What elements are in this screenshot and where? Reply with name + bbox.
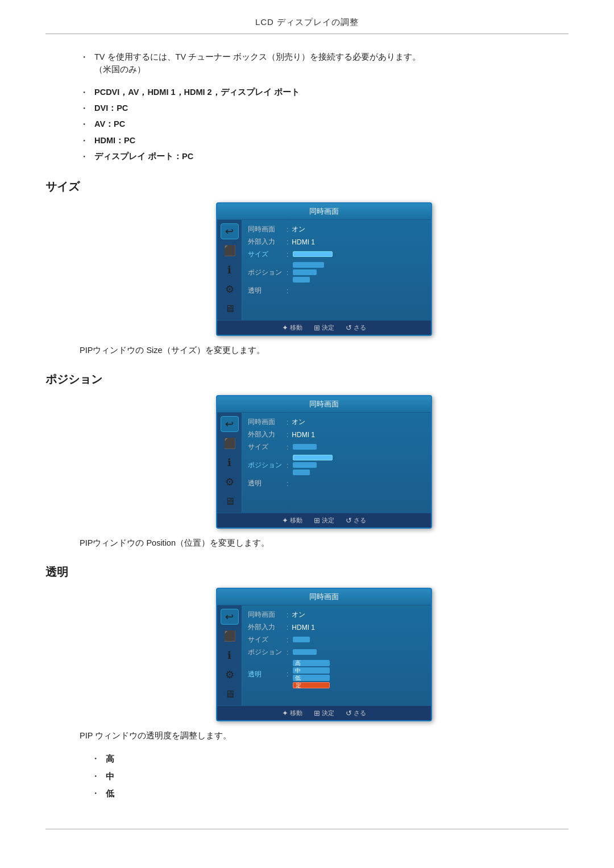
trans-close-icon: ↺ [346, 709, 352, 717]
transparency-menu-title: 同時画面 [217, 589, 431, 605]
sidebar-icon-4[interactable]: ⚙ [221, 281, 239, 297]
size-row-2: 外部入力 : HDMI 1 [248, 237, 425, 247]
trans-sidebar-icon-2[interactable]: ⬛ [221, 628, 239, 644]
bullet-text-5: HDMI：PC [94, 135, 135, 147]
bullet-item-4: ・ AV：PC [80, 118, 569, 131]
trans-row-2: 外部入力 : HDMI 1 [248, 622, 425, 632]
sub-label-low: 低 [106, 788, 114, 799]
move-icon: ✦ [282, 323, 288, 332]
caption-size: PIPウィンドウの Size（サイズ）を変更します。 [80, 345, 569, 356]
pos-row-4: ポジション : [248, 455, 425, 476]
trans-bar-mid: 中 [293, 667, 330, 674]
trans-select-icon: ⊞ [314, 709, 320, 717]
page-title: LCD ディスプレイの調整 [45, 17, 569, 28]
trans-row-1-label: 同時画面 [248, 610, 283, 620]
pos-move-icon: ✦ [282, 516, 288, 525]
pos-sidebar-icon-1[interactable]: ↩ [221, 416, 239, 432]
size-menu-rows: 同時画面 : オン 外部入力 : HDMI 1 サイズ : [242, 220, 431, 320]
size-row-2-sep: : [287, 238, 288, 246]
trans-row-1: 同時画面 : オン [248, 610, 425, 620]
bullet-text-2: PCDVI，AV，HDMI 1，HDMI 2，ディスプレイ ポート [94, 86, 300, 99]
trans-bar-low: 低 [293, 675, 330, 681]
transparency-option-bars: 高 中 低 定 [293, 660, 330, 688]
sidebar-icon-2[interactable]: ⬛ [221, 243, 239, 259]
size-menu-bottom: ✦ 移動 ⊞ 決定 ↺ さる [217, 320, 431, 335]
sub-label-high: 高 [106, 754, 114, 765]
trans-bottom-close: ↺ さる [346, 709, 366, 717]
trans-bottom-select: ⊞ 決定 [314, 709, 334, 717]
size-menu-box: 同時画面 ↩ ⬛ ℹ ⚙ 🖥 同時画面 : オン 外部入力 [216, 202, 432, 336]
size-row-3: サイズ : [248, 250, 425, 259]
sidebar-icon-1[interactable]: ↩ [221, 223, 239, 239]
sub-dot-low: ・ [91, 787, 100, 800]
pos-size-bar [293, 444, 317, 450]
trans-sidebar-icon-1[interactable]: ↩ [221, 609, 239, 625]
position-menu-content: ↩ ⬛ ℹ ⚙ 🖥 同時画面 : オン 外部入力 : HDMI 1 [217, 413, 431, 513]
pbar-3 [293, 470, 310, 475]
bullet-dot-2: ・ [80, 86, 89, 99]
sub-label-mid: 中 [106, 771, 114, 782]
bullet-text-6: ディスプレイ ポート：PC [94, 151, 193, 163]
trans-pos-bar [293, 649, 317, 655]
trans-row-3-sep: : [287, 636, 288, 644]
trans-row-5-label: 透明 [248, 670, 283, 679]
pos-close-icon: ↺ [346, 516, 352, 525]
pos-sidebar-icon-3[interactable]: ℹ [221, 455, 239, 471]
pos-row-1-value: オン [292, 417, 305, 427]
bullet-item-6: ・ ディスプレイ ポート：PC [80, 151, 569, 163]
trans-bar-selected: 定 [293, 682, 330, 688]
pos-bar-1 [293, 262, 324, 268]
bullet-dot-1: ・ [80, 51, 89, 64]
size-row-4: ポジション : [248, 262, 425, 283]
trans-row-2-label: 外部入力 [248, 622, 283, 632]
pos-sidebar-icon-5[interactable]: 🖥 [221, 493, 239, 509]
transparency-menu-box: 同時画面 ↩ ⬛ ℹ ⚙ 🖥 同時画面 : オン 外部入力 [216, 588, 432, 721]
bullet-dot-4: ・ [80, 118, 89, 131]
pos-row-5: 透明 : [248, 479, 425, 488]
pbar-2 [293, 462, 317, 468]
trans-row-2-sep: : [287, 624, 288, 632]
pos-sidebar-icon-2[interactable]: ⬛ [221, 435, 239, 451]
pos-bottom-close: ↺ さる [346, 516, 366, 525]
position-menu-screenshot: 同時画面 ↩ ⬛ ℹ ⚙ 🖥 同時画面 : オン 外部入力 [80, 395, 569, 529]
pos-row-4-label: ポジション [248, 460, 283, 470]
pos-row-2-label: 外部入力 [248, 430, 283, 439]
size-row-4-label: ポジション [248, 268, 283, 277]
trans-size-bar [293, 637, 310, 643]
sidebar-icon-5[interactable]: 🖥 [221, 301, 239, 317]
sidebar-icon-3[interactable]: ℹ [221, 262, 239, 278]
transparency-menu-rows: 同時画面 : オン 外部入力 : HDMI 1 サイズ : [242, 605, 431, 705]
trans-sidebar-icon-4[interactable]: ⚙ [221, 667, 239, 683]
trans-row-3-label: サイズ [248, 635, 283, 645]
tsize-bar [293, 637, 310, 642]
size-row-2-value: HDMI 1 [292, 238, 315, 246]
trans-row-4: ポジション : [248, 647, 425, 657]
size-row-3-label: サイズ [248, 250, 283, 259]
sub-bullet-high: ・ 高 [91, 753, 569, 765]
transparency-menu-bottom: ✦ 移動 ⊞ 決定 ↺ さる [217, 705, 431, 720]
trans-sidebar-icon-3[interactable]: ℹ [221, 647, 239, 663]
bullet-item-5: ・ HDMI：PC [80, 135, 569, 147]
trans-row-2-value: HDMI 1 [292, 624, 315, 632]
bullet-text-4: AV：PC [94, 118, 125, 131]
bullet-item-2: ・ PCDVI，AV，HDMI 1，HDMI 2，ディスプレイ ポート [80, 86, 569, 99]
bullet-dot-5: ・ [80, 135, 89, 147]
bullet-dot-6: ・ [80, 151, 89, 163]
trans-sidebar-icon-5[interactable]: 🖥 [221, 686, 239, 702]
size-row-5-sep: : [287, 287, 288, 295]
size-menu-title: 同時画面 [217, 203, 431, 220]
trans-move-icon: ✦ [282, 709, 288, 717]
pos-row-2: 外部入力 : HDMI 1 [248, 430, 425, 439]
pos-select-icon: ⊞ [314, 516, 320, 525]
bottom-divider [45, 829, 569, 829]
size-bar-sm [293, 444, 317, 450]
section-transparency-heading: 透明 [45, 564, 569, 580]
bullet-section-1: ・ TV を使用するには、TV チューナー ボックス（別売り）を接続する必要があ… [80, 51, 569, 76]
trans-row-3: サイズ : [248, 635, 425, 645]
pos-sidebar-icon-4[interactable]: ⚙ [221, 474, 239, 490]
trans-row-5-sep: : [287, 670, 288, 678]
trans-bar-high: 高 [293, 660, 330, 666]
page-wrapper: LCD ディスプレイの調整 ・ TV を使用するには、TV チューナー ボックス… [0, 0, 614, 868]
sub-bullet-low: ・ 低 [91, 787, 569, 800]
size-menu-sidebar: ↩ ⬛ ℹ ⚙ 🖥 [217, 220, 242, 320]
